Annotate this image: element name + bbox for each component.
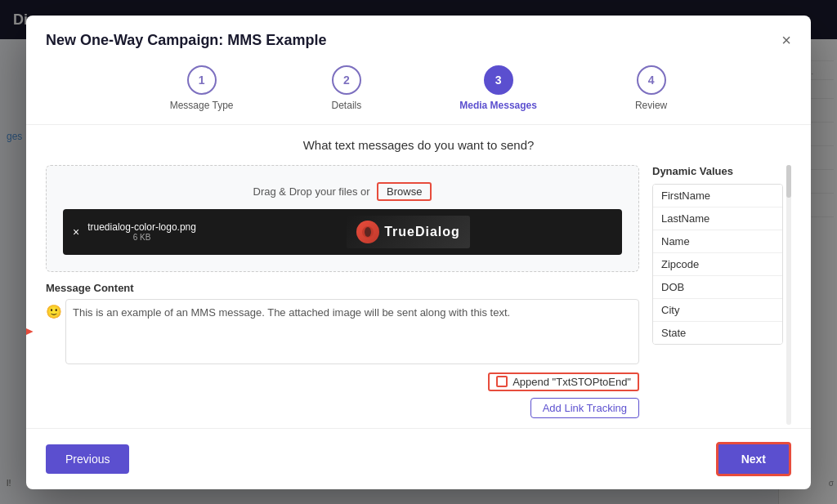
step-1: 1 Message Type [170, 65, 234, 111]
message-textarea[interactable]: This is an example of an MMS message. Th… [65, 299, 639, 364]
append-label-wrap: Append "TxtSTOPtoEnd" [488, 372, 639, 391]
append-label: Append "TxtSTOPtoEnd" [512, 376, 631, 388]
file-remove-button[interactable]: × [73, 226, 79, 238]
svg-point-1 [365, 227, 371, 237]
step-2-circle: 2 [332, 65, 361, 95]
modal-backdrop: New One-Way Campaign: MMS Example × 1 Me… [0, 0, 837, 504]
step-3-circle: 3 [484, 65, 513, 95]
drop-zone[interactable]: Drag & Drop your files or Browse × trued… [46, 165, 639, 272]
message-content-label: Message Content [46, 282, 639, 294]
emoji-button[interactable]: 🙂 [46, 304, 62, 319]
dynamic-item-state[interactable]: State [653, 322, 782, 344]
dynamic-item-city[interactable]: City [653, 299, 782, 322]
step-1-circle: 1 [187, 65, 217, 95]
step-4-circle: 4 [637, 65, 666, 95]
dynamic-values-list: FirstName LastName Name Zipcode DOB City… [652, 184, 783, 345]
logo-preview: TrueDialog [347, 216, 470, 248]
step-1-label: Message Type [170, 100, 234, 111]
step-4: 4 Review [635, 65, 667, 111]
previous-button[interactable]: Previous [46, 444, 129, 474]
file-name: truedialog-color-logo.png [87, 221, 196, 233]
close-button[interactable]: × [781, 32, 791, 48]
dynamic-item-zipcode[interactable]: Zipcode [653, 253, 782, 276]
append-checkbox[interactable] [496, 376, 508, 387]
next-button[interactable]: Next [716, 442, 791, 476]
section-question: What text messages do you want to send? [46, 138, 791, 152]
dynamic-item-lastname[interactable]: LastName [653, 207, 782, 230]
red-arrow-indicator: ➤ [26, 320, 33, 343]
emoji-icon: 🙂 [46, 305, 62, 319]
logo-text: TrueDialog [384, 225, 460, 239]
stepper: 1 Message Type 2 Details 3 Media Message… [26, 49, 811, 125]
append-row: Append "TxtSTOPtoEnd" [46, 372, 639, 391]
message-content-section: Message Content ➤ 🙂 This is an example o… [46, 282, 639, 364]
dynamic-values-section: Dynamic Values FirstName LastName Name Z… [652, 165, 791, 425]
message-input-wrap: ➤ 🙂 This is an example of an MMS message… [46, 299, 639, 364]
dynamic-item-name[interactable]: Name [653, 230, 782, 253]
content-row: Drag & Drop your files or Browse × trued… [46, 165, 791, 425]
main-area: Drag & Drop your files or Browse × trued… [46, 165, 639, 425]
modal-body: What text messages do you want to send? … [26, 125, 811, 428]
file-logo-area: TrueDialog [204, 216, 612, 248]
step-2: 2 Details [332, 65, 362, 111]
modal-title: New One-Way Campaign: MMS Example [46, 32, 326, 49]
step-2-label: Details [332, 100, 362, 111]
drop-text: Drag & Drop your files or [253, 185, 370, 198]
modal-header: New One-Way Campaign: MMS Example × [26, 16, 811, 49]
link-tracking-row: Add Link Tracking [46, 398, 639, 418]
modal-dialog: New One-Way Campaign: MMS Example × 1 Me… [26, 16, 811, 489]
file-size: 6 KB [87, 233, 196, 242]
file-preview: × truedialog-color-logo.png 6 KB [63, 209, 622, 255]
logo-circle-icon [356, 221, 379, 243]
dynamic-values-title: Dynamic Values [652, 165, 783, 177]
step-3-label: Media Messages [459, 100, 537, 111]
dynamic-values-panel: Dynamic Values FirstName LastName Name Z… [652, 165, 783, 425]
add-link-tracking-button[interactable]: Add Link Tracking [530, 398, 639, 418]
browse-button[interactable]: Browse [377, 182, 432, 201]
dynamic-item-firstname[interactable]: FirstName [653, 185, 782, 207]
file-info: truedialog-color-logo.png 6 KB [87, 221, 196, 242]
step-4-label: Review [635, 100, 667, 111]
dynamic-item-dob[interactable]: DOB [653, 276, 782, 299]
step-3: 3 Media Messages [459, 65, 537, 111]
dynamic-scrollbar[interactable] [786, 165, 791, 425]
modal-footer: Previous Next [26, 428, 811, 489]
